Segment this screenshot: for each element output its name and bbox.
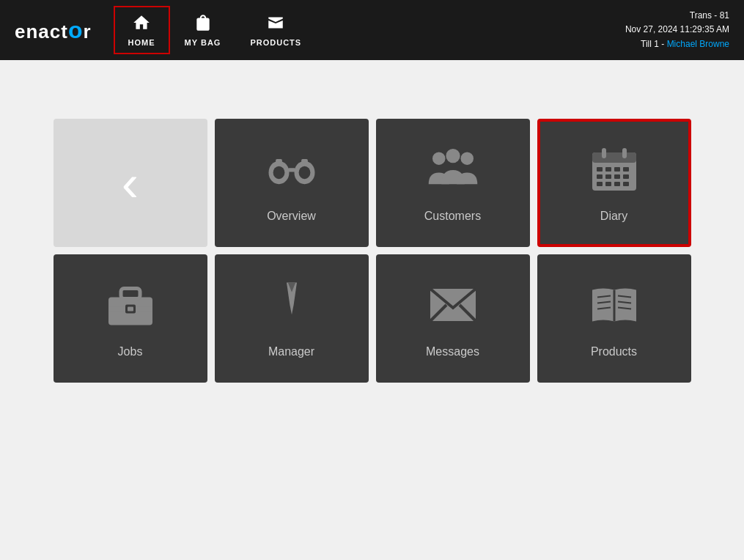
svg-rect-17 xyxy=(623,167,629,172)
svg-rect-5 xyxy=(276,159,282,166)
diary-label: Diary xyxy=(600,210,627,223)
manager-icon xyxy=(266,279,317,338)
logo-text-prefix: enact xyxy=(15,21,68,43)
date-info: Nov 27, 2024 11:29:35 AM xyxy=(625,23,729,37)
svg-rect-14 xyxy=(597,167,603,172)
svg-point-8 xyxy=(446,149,460,163)
customers-icon xyxy=(427,144,479,202)
nav-mybag[interactable]: MY BAG xyxy=(170,6,236,54)
overview-label: Overview xyxy=(267,210,316,223)
bag-icon xyxy=(194,13,213,35)
svg-rect-19 xyxy=(605,174,611,179)
products-nav-icon xyxy=(266,13,285,35)
jobs-icon xyxy=(105,279,156,338)
svg-rect-23 xyxy=(605,182,611,186)
customers-label: Customers xyxy=(424,210,481,223)
till-label: Till 1 xyxy=(641,39,659,49)
nav-home[interactable]: HOME xyxy=(114,6,170,54)
main-content: ‹ Overview xyxy=(0,60,744,560)
svg-point-7 xyxy=(432,152,446,165)
svg-rect-22 xyxy=(597,182,603,186)
menu-grid: ‹ Overview xyxy=(37,119,707,383)
nav-products-label: PRODUCTS xyxy=(250,38,301,47)
products-tile[interactable]: Products xyxy=(537,254,691,383)
customers-tile[interactable]: Customers xyxy=(376,119,530,247)
nav-bar: HOME MY BAG PRODUCTS xyxy=(114,6,317,54)
diary-icon xyxy=(589,144,640,202)
nav-mybag-label: MY BAG xyxy=(185,38,221,47)
nav-home-label: HOME xyxy=(128,38,155,47)
header: enactor HOME MY BAG xyxy=(0,0,744,60)
jobs-tile[interactable]: Jobs xyxy=(54,254,207,383)
products-icon xyxy=(589,279,640,338)
svg-rect-21 xyxy=(623,174,629,179)
logo-dot: o xyxy=(68,17,84,43)
svg-rect-13 xyxy=(622,148,627,158)
svg-rect-25 xyxy=(623,182,629,186)
logo: enactor xyxy=(7,17,99,44)
back-tile[interactable]: ‹ xyxy=(54,119,207,247)
messages-tile[interactable]: Messages xyxy=(376,254,530,383)
manager-tile[interactable]: Manager xyxy=(215,254,369,383)
user-name: Michael Browne xyxy=(667,39,729,49)
jobs-label: Jobs xyxy=(118,345,143,358)
svg-rect-4 xyxy=(287,168,295,172)
till-dash: - xyxy=(661,39,666,49)
products-label: Products xyxy=(591,345,637,358)
manager-label: Manager xyxy=(268,345,314,358)
messages-icon xyxy=(427,279,479,338)
svg-point-9 xyxy=(460,152,474,165)
overview-tile[interactable]: Overview xyxy=(215,119,369,247)
header-info: Trans - 81 Nov 27, 2024 11:29:35 AM Till… xyxy=(625,9,737,51)
svg-point-3 xyxy=(298,166,310,179)
overview-icon xyxy=(266,144,317,202)
svg-rect-15 xyxy=(605,167,611,172)
messages-label: Messages xyxy=(426,345,479,358)
nav-products[interactable]: PRODUCTS xyxy=(235,6,316,54)
home-icon xyxy=(132,13,151,35)
diary-tile[interactable]: Diary xyxy=(537,119,691,247)
svg-rect-11 xyxy=(592,152,636,163)
back-arrow-icon: ‹ xyxy=(122,158,139,209)
svg-point-2 xyxy=(273,166,284,179)
svg-rect-16 xyxy=(614,167,620,172)
svg-rect-20 xyxy=(614,174,620,179)
svg-rect-18 xyxy=(597,174,603,179)
svg-rect-24 xyxy=(614,182,620,186)
svg-rect-27 xyxy=(121,288,140,298)
svg-rect-30 xyxy=(128,306,133,311)
svg-rect-6 xyxy=(301,159,308,166)
till-info: Till 1 - Michael Browne xyxy=(625,37,729,51)
logo-text-suffix: r xyxy=(83,21,91,43)
svg-rect-12 xyxy=(602,148,606,158)
transaction-info: Trans - 81 xyxy=(625,9,729,23)
